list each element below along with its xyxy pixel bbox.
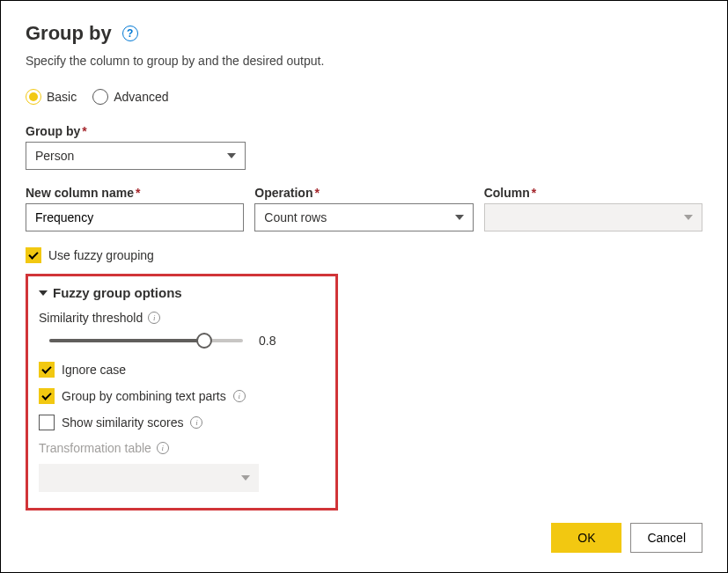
info-icon[interactable]: i xyxy=(190,416,202,429)
column-label: Column* xyxy=(484,186,702,200)
column-select xyxy=(484,203,702,231)
ignore-case-label: Ignore case xyxy=(62,363,126,377)
checkbox-icon xyxy=(39,362,55,378)
use-fuzzy-label: Use fuzzy grouping xyxy=(48,248,154,262)
show-scores-checkbox[interactable]: Show similarity scores i xyxy=(39,415,325,430)
dialog-footer: OK Cancel xyxy=(551,523,702,553)
similarity-slider[interactable] xyxy=(49,339,243,342)
checkbox-icon xyxy=(26,247,41,263)
dialog-title: Group by xyxy=(26,22,112,45)
ignore-case-checkbox[interactable]: Ignore case xyxy=(39,362,325,378)
slider-thumb[interactable] xyxy=(196,333,212,349)
fuzzy-options-highlight: Fuzzy group options Similarity threshold… xyxy=(26,274,338,511)
similarity-threshold-label: Similarity threshold i xyxy=(39,311,325,325)
checkbox-icon xyxy=(39,388,55,404)
help-icon[interactable]: ? xyxy=(122,26,138,41)
checkbox-icon xyxy=(39,415,55,430)
advanced-radio[interactable]: Advanced xyxy=(92,89,168,105)
info-icon[interactable]: i xyxy=(148,312,160,324)
combine-text-parts-label: Group by combining text parts xyxy=(62,389,226,403)
advanced-radio-label: Advanced xyxy=(114,90,168,104)
info-icon: i xyxy=(157,442,169,454)
group-by-dialog: Group by ? Specify the column to group b… xyxy=(0,0,728,573)
chevron-down-icon xyxy=(684,215,693,220)
chevron-down-icon xyxy=(455,215,464,220)
mode-radio-group: Basic Advanced xyxy=(26,89,702,105)
info-icon[interactable]: i xyxy=(233,390,246,402)
fuzzy-section-title: Fuzzy group options xyxy=(53,285,182,300)
radio-circle-icon xyxy=(92,89,108,105)
slider-fill xyxy=(49,339,204,342)
transform-table-label: Transformation table i xyxy=(39,441,325,455)
basic-radio-label: Basic xyxy=(47,90,77,104)
group-by-value: Person xyxy=(35,149,74,163)
chevron-down-icon xyxy=(227,153,236,158)
similarity-value: 0.8 xyxy=(259,334,276,348)
operation-label: Operation* xyxy=(254,186,473,200)
use-fuzzy-checkbox[interactable]: Use fuzzy grouping xyxy=(26,247,702,263)
chevron-down-icon xyxy=(39,290,48,296)
show-scores-label: Show similarity scores xyxy=(62,415,183,430)
operation-value: Count rows xyxy=(264,210,327,224)
dialog-subtitle: Specify the column to group by and the d… xyxy=(26,54,702,68)
cancel-button[interactable]: Cancel xyxy=(630,523,702,553)
basic-radio[interactable]: Basic xyxy=(26,89,77,105)
chevron-down-icon xyxy=(241,475,250,481)
radio-circle-icon xyxy=(26,89,41,105)
group-by-select[interactable]: Person xyxy=(26,142,246,170)
combine-text-parts-checkbox[interactable]: Group by combining text parts i xyxy=(39,388,325,404)
fuzzy-section-toggle[interactable]: Fuzzy group options xyxy=(39,285,325,300)
operation-select[interactable]: Count rows xyxy=(254,203,473,231)
group-by-label: Group by* xyxy=(26,124,702,138)
transform-table-select xyxy=(39,464,259,492)
new-column-label: New column name* xyxy=(26,186,244,200)
ok-button[interactable]: OK xyxy=(551,523,621,553)
new-column-input[interactable] xyxy=(26,203,244,231)
